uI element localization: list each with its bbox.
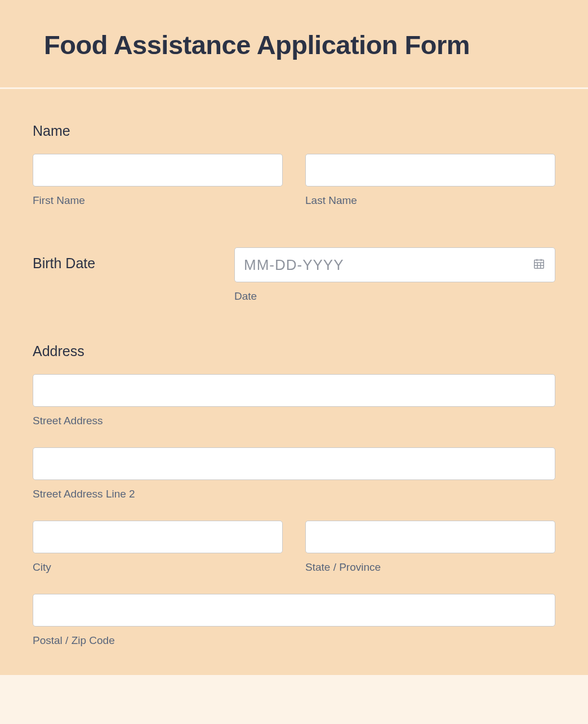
- city-sublabel: City: [33, 561, 283, 574]
- street-sublabel: Street Address: [33, 415, 555, 427]
- last-name-col: Last Name: [305, 154, 555, 207]
- city-col: City: [33, 521, 283, 574]
- birthdate-sublabel: Date: [234, 290, 555, 303]
- birthdate-row: Birth Date: [33, 247, 555, 303]
- city-state-row: City State / Province: [33, 521, 555, 574]
- last-name-sublabel: Last Name: [305, 194, 555, 207]
- city-state-block: City State / Province: [33, 521, 555, 574]
- street2-input[interactable]: [33, 447, 555, 480]
- state-col: State / Province: [305, 521, 555, 574]
- form-title: Food Assistance Application Form: [44, 29, 544, 60]
- first-name-input[interactable]: [33, 154, 283, 186]
- form-container: Food Assistance Application Form Name Fi…: [0, 0, 588, 675]
- postal-block: Postal / Zip Code: [33, 594, 555, 647]
- birthdate-input[interactable]: [234, 247, 555, 282]
- address-label: Address: [33, 343, 555, 359]
- state-input[interactable]: [305, 521, 555, 553]
- birthdate-label: Birth Date: [33, 255, 234, 272]
- birthdate-label-col: Birth Date: [33, 247, 234, 286]
- birthdate-input-col: Date: [234, 247, 555, 303]
- last-name-input[interactable]: [305, 154, 555, 186]
- street2-block: Street Address Line 2: [33, 447, 555, 500]
- street2-sublabel: Street Address Line 2: [33, 488, 555, 500]
- street-block: Street Address: [33, 374, 555, 427]
- form-header: Food Assistance Application Form: [0, 0, 588, 89]
- address-group: Address Street Address Street Address Li…: [33, 343, 555, 647]
- postal-sublabel: Postal / Zip Code: [33, 634, 555, 647]
- birthdate-group: Birth Date: [33, 247, 555, 303]
- first-name-sublabel: First Name: [33, 194, 283, 207]
- street-input[interactable]: [33, 374, 555, 407]
- form-body: Name First Name Last Name Birth Date: [0, 89, 588, 675]
- first-name-col: First Name: [33, 154, 283, 207]
- city-input[interactable]: [33, 521, 283, 553]
- name-label: Name: [33, 123, 555, 139]
- state-sublabel: State / Province: [305, 561, 555, 574]
- name-row: First Name Last Name: [33, 154, 555, 207]
- date-input-wrap: [234, 247, 555, 282]
- postal-input[interactable]: [33, 594, 555, 627]
- name-group: Name First Name Last Name: [33, 123, 555, 207]
